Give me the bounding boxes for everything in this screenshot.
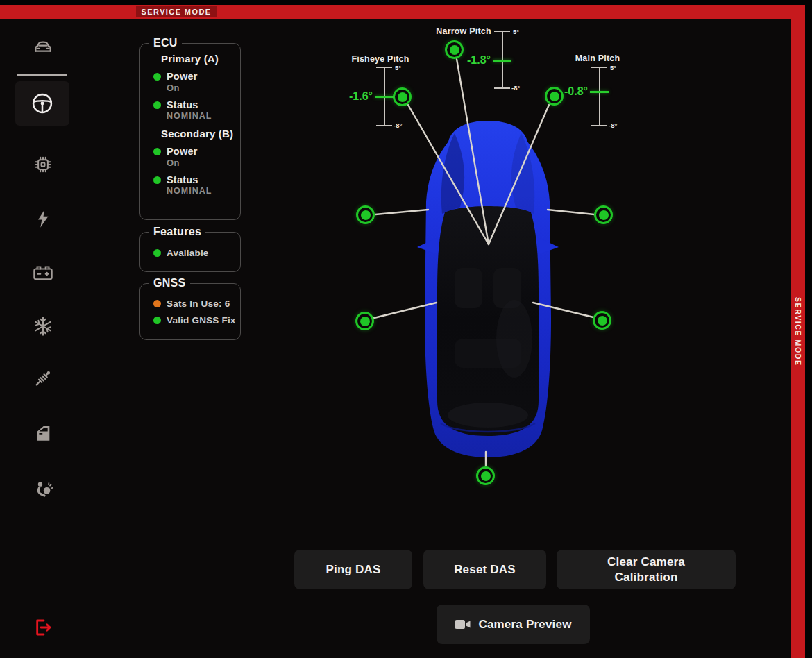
camera-indicator-right-pillar: [594, 205, 613, 224]
gauge-main-tick-max: [591, 67, 607, 68]
reset-das-label: Reset DAS: [454, 563, 516, 577]
camera-indicator-front-fisheye: [393, 87, 412, 106]
clear-camera-calibration-button[interactable]: Clear Camera Calibration: [557, 550, 736, 589]
gauge-main-tick-min: [591, 125, 607, 126]
gauge-fisheye-min: -8°: [394, 121, 402, 129]
video-camera-icon: [455, 618, 471, 630]
camera-indicator-rear: [476, 466, 495, 485]
gauge-main-marker: [590, 91, 609, 93]
service-mode-screen: SERVICE MODE SERVICE MODE: [0, 0, 812, 658]
reset-das-button[interactable]: Reset DAS: [423, 550, 546, 589]
gauge-main-min: -8°: [609, 121, 617, 129]
gauge-narrow-tick-min: [494, 87, 510, 89]
gauge-fisheye-label: Fisheye Pitch: [339, 54, 422, 64]
gauge-fisheye-tick-min: [376, 125, 392, 126]
gauge-narrow-label: Narrow Pitch: [422, 26, 505, 36]
gauge-narrow-max: 5°: [513, 28, 519, 35]
gauge-narrow-tick-max: [494, 31, 510, 32]
camera-indicator-left-repeater: [355, 312, 374, 330]
gauge-main-label: Main Pitch: [556, 53, 639, 63]
gauge-fisheye-max: 5°: [395, 64, 401, 71]
ping-das-label: Ping DAS: [325, 563, 380, 577]
clear-camera-calibration-label: Clear Camera Calibration: [587, 555, 705, 584]
camera-preview-button[interactable]: Camera Preview: [437, 605, 590, 644]
gauge-fisheye-value: -1.6°: [338, 90, 373, 103]
gauge-narrow-marker: [493, 60, 511, 62]
camera-indicator-right-repeater: [593, 311, 611, 330]
gauge-narrow-min: -8°: [511, 84, 520, 92]
gauge-main-scale: [599, 67, 600, 126]
ping-das-button[interactable]: Ping DAS: [294, 550, 412, 589]
camera-preview-label: Camera Preview: [478, 618, 571, 632]
camera-indicator-left-pillar: [356, 205, 375, 224]
gauge-narrow-value: -1.8°: [456, 54, 491, 67]
gauge-fisheye-marker: [375, 96, 394, 98]
gauge-fisheye-tick-max: [376, 67, 392, 68]
gauge-main-max: 5°: [610, 64, 616, 71]
gauge-main-value: -0.8°: [553, 85, 588, 98]
